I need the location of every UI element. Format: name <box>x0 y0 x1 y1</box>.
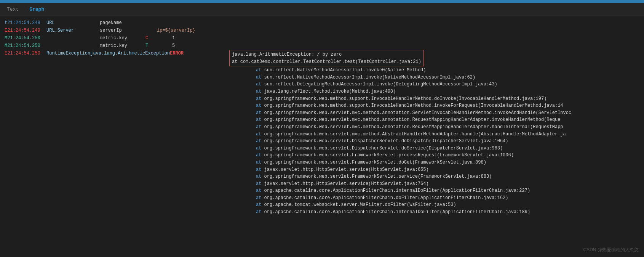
row2-value: ip=${serverIp} <box>157 27 195 34</box>
error-highlight-block: java.lang.ArithmeticException: / by zero… <box>229 50 424 66</box>
row1-type: URL <box>46 19 100 26</box>
stack-line-9: at org.springframework.web.servlet.mvc.m… <box>256 124 637 131</box>
tab-text[interactable]: Text <box>5 5 21 13</box>
stack-line-18: at org.apache.catalina.core.ApplicationF… <box>256 187 637 194</box>
stack-line-1: at sun.reflect.NativeMethodAccessorImpl.… <box>256 67 637 74</box>
stack-line-3: at sun.reflect.DelegatingMethodAccessorI… <box>256 81 637 88</box>
stack-line-15: at javax.servlet.http.HttpServlet.servic… <box>256 166 637 173</box>
row3-key: metric.key <box>100 35 145 42</box>
row3-flag: C <box>145 35 157 42</box>
row2-time: E21:24:54.249 <box>5 27 46 34</box>
row3-time: M21:24:54.250 <box>5 35 46 42</box>
stack-line-16: at org.springframework.web.servlet.Frame… <box>256 173 637 180</box>
highlight-line-2: at com.catDemo.controller.TestController… <box>232 58 421 66</box>
stack-line-19: at org.apache.catalina.core.ApplicationF… <box>256 194 637 202</box>
tab-bar: Text Graph <box>0 3 644 16</box>
content-area: t21:24:54.248 URL pageName E21:24:54.249… <box>0 16 644 252</box>
row4-value: 5 <box>172 42 175 49</box>
stack-line-10: at org.springframework.web.servlet.mvc.m… <box>256 131 637 138</box>
top-bar <box>0 0 644 3</box>
row2-type: URL.Server <box>46 27 100 34</box>
stack-line-21: at org.apache.catalina.core.ApplicationF… <box>256 209 637 216</box>
stack-line-13: at org.springframework.web.servlet.Frame… <box>256 152 637 159</box>
error-label: ERROR <box>170 51 184 56</box>
row3-value: 1 <box>172 35 175 42</box>
stack-line-7: at org.springframework.web.servlet.mvc.m… <box>256 109 637 117</box>
stack-line-5: at org.springframework.web.method.suppor… <box>256 95 637 103</box>
row1-key: pageName <box>100 19 145 26</box>
stack-line-8: at org.springframework.web.servlet.mvc.m… <box>256 116 637 124</box>
row1-time: t21:24:54.248 <box>5 19 46 26</box>
log-row-4: M21:24:54.250 metric.key T 5 <box>5 42 639 50</box>
log-row-3: M21:24:54.250 metric.key C 1 <box>5 34 639 42</box>
log-row-1: t21:24:54.248 URL pageName <box>5 19 639 27</box>
stack-line-12: at org.springframework.web.servlet.Dispa… <box>256 145 637 152</box>
row4-time: M21:24:54.250 <box>5 42 46 49</box>
error-type: RuntimeExceptionjava.lang.ArithmeticExce… <box>46 50 184 57</box>
stack-trace-block: at sun.reflect.NativeMethodAccessorImpl.… <box>5 67 639 215</box>
stack-line-6: at org.springframework.web.method.suppor… <box>256 102 637 109</box>
error-row: E21:24:54.250 RuntimeExceptionjava.lang.… <box>5 50 639 67</box>
row4-key: metric.key <box>100 42 145 49</box>
highlight-line-1: java.lang.ArithmeticException: / by zero <box>232 51 421 58</box>
stack-line-14: at org.springframework.web.servlet.Frame… <box>256 159 637 166</box>
stack-line-17: at javax.servlet.http.HttpServlet.servic… <box>256 180 637 188</box>
error-time: E21:24:54.250 <box>5 50 46 57</box>
stack-line-2: at sun.reflect.NativeMethodAccessorImpl.… <box>256 74 637 81</box>
watermark: CSDN @热爱编程的大忽悠 <box>583 247 639 252</box>
tab-graph[interactable]: Graph <box>27 5 46 13</box>
row2-key: serverIp <box>100 27 145 34</box>
row4-flag: T <box>145 42 157 49</box>
error-highlight-box: java.lang.ArithmeticException: / by zero… <box>229 50 424 66</box>
stack-line-4: at java.lang.reflect.Method.invoke(Metho… <box>256 88 637 95</box>
stack-line-20: at org.apache.tomcat.websocket.server.Ws… <box>256 201 637 209</box>
log-row-2: E21:24:54.249 URL.Server serverIp ip=${s… <box>5 27 639 34</box>
stack-line-11: at org.springframework.web.servlet.Dispa… <box>256 138 637 145</box>
